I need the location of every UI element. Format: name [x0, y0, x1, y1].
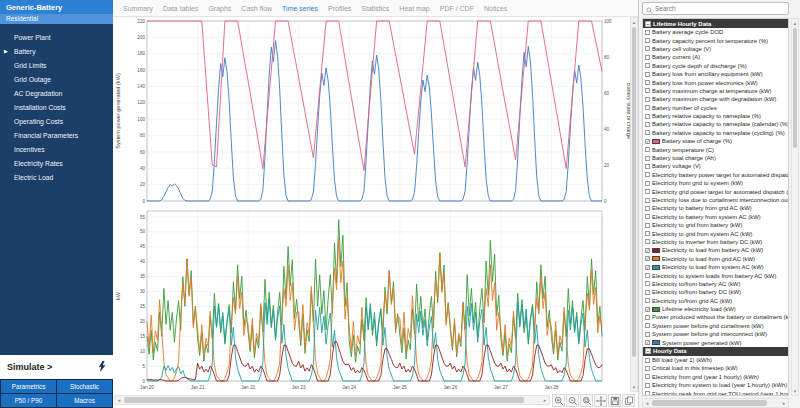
simulate-panel[interactable]: Simulate > — [0, 355, 113, 379]
sidebar-button-parametrics[interactable]: Parametrics — [1, 380, 56, 393]
variable-row[interactable]: Electricity to grid from battery (kW) — [643, 221, 788, 229]
variable-row[interactable]: Electricity to battery from system AC (k… — [643, 213, 788, 221]
panel-vertical-scroll-thumb[interactable] — [793, 28, 797, 148]
tab-data-tables[interactable]: Data tables — [158, 3, 203, 14]
checkbox[interactable] — [645, 114, 650, 119]
variable-row[interactable]: ✓Battery state of charge (%) — [643, 137, 788, 145]
search-input[interactable] — [655, 5, 785, 12]
checkbox[interactable] — [645, 46, 650, 51]
checkbox[interactable] — [645, 281, 650, 286]
sidebar-item-grid-outage[interactable]: Grid Outage — [0, 72, 113, 86]
chart-vertical-scroll-thumb[interactable] — [632, 27, 636, 357]
checkbox[interactable] — [645, 55, 650, 60]
tab-time-series[interactable]: Time series — [277, 3, 323, 14]
checkbox[interactable] — [645, 164, 650, 169]
variable-row[interactable]: Battery maximum charge at temperature (k… — [643, 87, 788, 95]
zoom-box-button[interactable] — [580, 394, 593, 407]
tab-pdf-cdf[interactable]: PDF / CDF — [435, 3, 479, 14]
variable-row[interactable]: Electricity to/from battery DC (kW) — [643, 288, 788, 296]
variable-row[interactable]: Electricity from grid (year 1 hourly) (k… — [643, 373, 788, 381]
sidebar-item-installation-costs[interactable]: Installation Costs — [0, 100, 113, 114]
checkbox[interactable] — [645, 80, 650, 85]
checkbox[interactable] — [645, 239, 650, 244]
scroll-right-arrow[interactable]: ▸ — [541, 396, 549, 404]
checkbox[interactable] — [645, 181, 650, 186]
simulate-button[interactable]: Simulate > — [7, 362, 52, 372]
tab-statistics[interactable]: Statistics — [356, 3, 394, 14]
variable-row[interactable]: Electricity to system loads from battery… — [643, 271, 788, 279]
checkbox[interactable] — [645, 198, 650, 203]
variable-row[interactable]: Battery relative capacity to nameplate (… — [643, 112, 788, 120]
variable-row[interactable]: ✓System power generated (kW) — [643, 338, 788, 346]
checkbox[interactable] — [645, 323, 650, 328]
variable-group-header-lifetime-hourly-data[interactable]: −Lifetime Hourly Data — [643, 19, 788, 28]
checkbox-checked[interactable]: ✓ — [645, 248, 650, 253]
timeseries-chart-load[interactable]: 0510152025303540455055Jan 20Jan 21Jan 22… — [113, 208, 630, 396]
copy-button[interactable] — [622, 394, 635, 407]
collapse-icon[interactable]: − — [645, 21, 651, 27]
variable-row[interactable]: ✓Electricity to load from grid AC (kW) — [643, 255, 788, 263]
variable-row[interactable]: Battery average cycle DOD — [643, 28, 788, 36]
project-subtitle[interactable]: Residential — [0, 14, 113, 24]
checkbox[interactable] — [645, 122, 650, 127]
variable-row[interactable]: Battery loss from power electronics (kW) — [643, 78, 788, 86]
variable-row[interactable]: Battery temperature (C) — [643, 145, 788, 153]
tab-graphs[interactable]: Graphs — [203, 3, 236, 14]
sidebar-item-electric-load[interactable]: Electric Load — [0, 170, 113, 184]
sidebar-item-operating-costs[interactable]: Operating Costs — [0, 114, 113, 128]
timeseries-chart-system-power[interactable]: 0204060801001201401601802002200204060801… — [113, 17, 630, 204]
scroll-right-arrow[interactable]: ▸ — [780, 399, 788, 407]
variable-row[interactable]: ✓Electricity to load from system AC (kW) — [643, 263, 788, 271]
scroll-down-arrow[interactable]: ▾ — [792, 387, 798, 395]
collapse-icon[interactable]: − — [645, 348, 651, 354]
checkbox[interactable] — [645, 172, 650, 177]
checkbox[interactable] — [645, 223, 650, 228]
variable-group-header-hourly-data[interactable]: −Hourly Data — [643, 347, 788, 356]
scroll-down-arrow[interactable]: ▾ — [631, 383, 637, 391]
checkbox[interactable] — [645, 374, 650, 379]
variable-row[interactable]: Battery cell voltage (V) — [643, 45, 788, 53]
sidebar-item-grid-limits[interactable]: Grid Limits — [0, 58, 113, 72]
checkbox[interactable] — [645, 97, 650, 102]
checkbox[interactable] — [645, 156, 650, 161]
variable-row[interactable]: Bill load (year 1) (kWh) — [643, 356, 788, 364]
checkbox[interactable] — [645, 63, 650, 68]
search-box[interactable] — [642, 2, 789, 15]
checkbox[interactable] — [645, 290, 650, 295]
variable-row[interactable]: Battery current (A) — [643, 53, 788, 61]
variable-row[interactable]: Battery number of cycles — [643, 104, 788, 112]
variable-row[interactable]: ✓Lifetime electricity load (kW) — [643, 305, 788, 313]
chart-horizontal-scroll-thumb[interactable] — [124, 397, 524, 403]
sidebar-item-electricity-rates[interactable]: Electricity Rates — [0, 156, 113, 170]
variable-row[interactable]: Power produced without the battery or cu… — [643, 313, 788, 321]
panel-horizontal-scroll-thumb[interactable] — [652, 400, 767, 406]
checkbox-checked[interactable]: ✓ — [645, 307, 650, 312]
panel-vertical-scrollbar[interactable]: ▴ ▾ — [791, 18, 799, 396]
checkbox-checked[interactable]: ✓ — [645, 139, 650, 144]
variable-row[interactable]: Electricity to battery from grid AC (kW) — [643, 204, 788, 212]
scroll-up-arrow[interactable]: ▴ — [631, 18, 637, 26]
checkbox-checked[interactable]: ✓ — [645, 256, 650, 261]
sidebar-button-p50-p90[interactable]: P50 / P90 — [1, 394, 56, 407]
project-title[interactable]: Generic-Battery — [0, 0, 113, 14]
tab-summary[interactable]: Summary — [118, 3, 158, 14]
sidebar-button-stochastic[interactable]: Stochastic — [57, 380, 112, 393]
checkbox[interactable] — [645, 391, 650, 396]
tab-heat-map[interactable]: Heat map — [394, 3, 434, 14]
variable-row[interactable]: Electricity to inverter from battery DC … — [643, 238, 788, 246]
panel-horizontal-scrollbar[interactable]: ◂ ▸ — [642, 398, 789, 408]
checkbox[interactable] — [645, 231, 650, 236]
variable-row[interactable]: Electricity battery power target for aut… — [643, 171, 788, 179]
checkbox[interactable] — [645, 189, 650, 194]
zoom-out-button[interactable] — [566, 394, 579, 407]
variable-row[interactable]: Electricity from system to load (year 1 … — [643, 381, 788, 389]
variable-row[interactable]: Battery cycle depth of discharge (%) — [643, 62, 788, 70]
variable-row[interactable]: System power before grid interconnect (k… — [643, 330, 788, 338]
checkbox[interactable] — [645, 332, 650, 337]
scroll-up-arrow[interactable]: ▴ — [792, 19, 798, 27]
variable-row[interactable]: Battery voltage (V) — [643, 162, 788, 170]
variable-row[interactable]: Electricity to grid from system AC (kW) — [643, 229, 788, 237]
checkbox-checked[interactable]: ✓ — [645, 340, 650, 345]
checkbox[interactable] — [645, 214, 650, 219]
sidebar-item-incentives[interactable]: Incentives — [0, 142, 113, 156]
